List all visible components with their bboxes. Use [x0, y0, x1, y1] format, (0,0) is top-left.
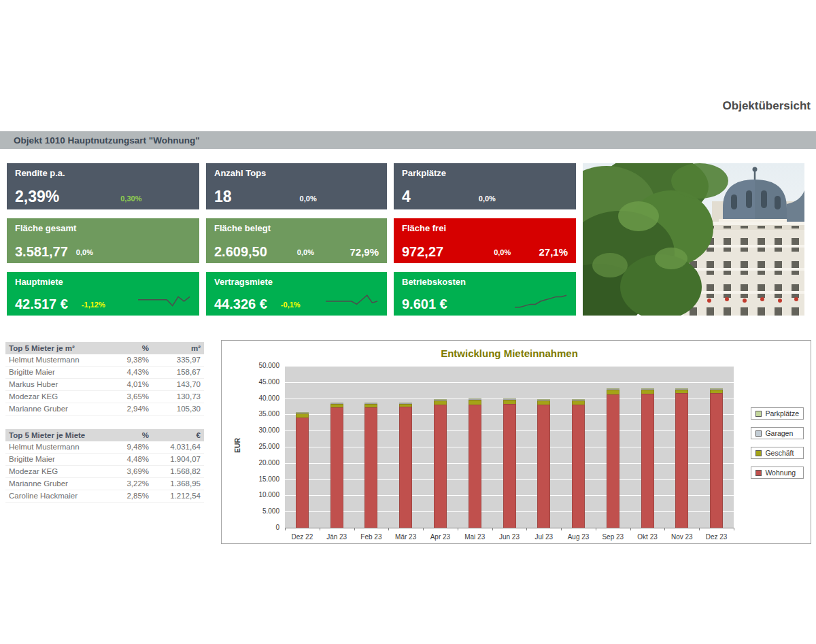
column-header-val: m² [149, 344, 201, 352]
y-axis-label: 5.000 [222, 507, 279, 515]
x-axis-tick [458, 528, 458, 530]
kpi-value: 2.609,50 [214, 245, 267, 258]
bar-segment-Wohnung [364, 407, 377, 528]
hauptmiete-sparkline [137, 290, 191, 311]
tenant-val: 1.212,54 [149, 492, 201, 500]
stacked-bar [641, 388, 654, 528]
chart-legend: ParkplätzeGaragenGeschäftWohnung [751, 407, 804, 479]
x-axis-label: Okt 23 [630, 533, 665, 541]
legend-item: Geschäft [751, 447, 804, 459]
stacked-bar [296, 412, 309, 528]
kpi-label: Fläche belegt [214, 223, 379, 233]
bar-segment-Wohnung [503, 404, 516, 528]
kpi-value: 44.326 € [214, 297, 267, 311]
kpi-value: 4 [402, 189, 411, 205]
x-axis-tick [596, 528, 596, 530]
kpi-tile-vertragsmiete: Vertragsmiete 44.326 € -0,1% [206, 272, 387, 316]
object-header-band: Objekt 1010 Hauptnutzungsart "Wohnung" [0, 131, 816, 149]
y-axis-label: 35.000 [222, 410, 279, 418]
bar-segment-Wohnung [641, 394, 654, 528]
kpi-delta: 0,30% [120, 194, 141, 203]
bar-segment-Wohnung [330, 407, 343, 528]
tenant-pct: 4,48% [109, 455, 149, 463]
y-axis-label: 25.000 [222, 443, 279, 450]
tenant-name: Modezar KEG [9, 392, 109, 401]
stacked-bar [710, 388, 723, 528]
object-overview-dashboard: Objektübersicht Objekt 1010 Hauptnutzung… [0, 0, 816, 644]
x-axis-tick [320, 528, 320, 530]
kpi-delta: -1,12% [82, 301, 105, 309]
y-axis-label: 10.000 [222, 491, 279, 498]
tenant-name: Markus Huber [9, 380, 109, 388]
tenant-val: 143,70 [149, 380, 201, 388]
table-row: Marianne Gruber 3,22% 1.368,95 [5, 478, 204, 490]
tenant-val: 130,73 [149, 392, 201, 401]
tenant-name: Marianne Gruber [9, 405, 109, 413]
tenant-pct: 9,48% [109, 443, 149, 451]
kpi-delta: 0,0% [297, 248, 314, 256]
stacked-bar [364, 403, 377, 528]
kpi-share: 27,1% [539, 246, 568, 258]
legend-label: Garagen [765, 429, 793, 437]
tenant-pct: 3,65% [109, 392, 149, 401]
stacked-bar [607, 388, 619, 528]
table-row: Helmut Mustermann 9,38% 335,97 [5, 354, 204, 367]
x-axis-tick [285, 528, 286, 530]
kpi-label: Parkplätze [402, 168, 568, 178]
top5-mieter-miete-table: Top 5 Mieter je Miete % € Helmut Musterm… [5, 429, 204, 503]
bar-segment-Geschäft [607, 390, 619, 394]
y-axis-label: 50.000 [222, 362, 279, 369]
kpi-value: 972,27 [402, 245, 443, 258]
x-axis-tick [630, 528, 631, 530]
rent-chart: Entwicklung Mieteinnahmen EUR Parkplätze… [221, 340, 811, 544]
legend-swatch-Garagen [755, 430, 762, 437]
bar-segment-Wohnung [710, 393, 723, 528]
x-axis-label: Feb 23 [354, 533, 389, 541]
legend-swatch-Wohnung [755, 470, 762, 476]
kpi-delta: -0,1% [281, 301, 301, 309]
kpi-label: Anzahl Tops [214, 168, 379, 178]
kpi-value: 9.601 € [402, 297, 447, 311]
kpi-label: Fläche frei [402, 223, 568, 233]
x-axis-label: Dez 23 [699, 533, 734, 541]
kpi-value: 3.581,77 [15, 245, 68, 258]
x-axis-label: Jun 23 [492, 533, 527, 541]
column-header-pct: % [109, 431, 149, 439]
tenant-val: 335,97 [149, 356, 201, 364]
tenant-name: Caroline Hackmaier [9, 492, 109, 500]
building-photo-graphic [583, 163, 804, 316]
bar-segment-Wohnung [434, 405, 447, 528]
x-axis-tick [354, 528, 355, 530]
column-header-pct: % [109, 344, 149, 352]
kpi-tile-anzahl-tops: Anzahl Tops 18 0,0% [206, 163, 387, 209]
bar-segment-Wohnung [675, 393, 688, 528]
table-title: Top 5 Mieter je Miete [9, 431, 109, 439]
kpi-delta: 0,0% [479, 194, 496, 203]
x-axis-label: Aug 23 [561, 533, 596, 541]
stacked-bar [434, 399, 447, 528]
y-axis-label: 40.000 [222, 394, 279, 402]
tenant-val: 4.031,64 [149, 443, 201, 451]
y-axis-label: 45.000 [222, 378, 279, 386]
legend-swatch-Parkplätze [755, 411, 762, 417]
tenant-pct: 2,85% [109, 492, 149, 500]
tenant-val: 1.904,07 [149, 455, 201, 463]
kpi-delta: 0,0% [76, 248, 93, 256]
vertragsmiete-sparkline [324, 290, 379, 311]
tenant-val: 105,30 [149, 405, 201, 413]
table-row: Brigitte Maier 4,43% 158,67 [5, 367, 204, 379]
x-axis-label: Dez 22 [285, 533, 320, 541]
x-axis-label: Mär 23 [388, 533, 423, 541]
kpi-delta: 0,0% [300, 194, 317, 203]
kpi-value: 42.517 € [15, 297, 68, 311]
tenant-name: Helmut Mustermann [9, 443, 109, 451]
kpi-value: 18 [214, 189, 232, 205]
legend-label: Wohnung [765, 469, 796, 477]
gridline [285, 366, 734, 367]
tenant-name: Helmut Mustermann [9, 356, 109, 364]
x-axis-label: Jän 23 [320, 533, 354, 541]
bar-segment-Wohnung [537, 405, 550, 528]
building-photo [583, 163, 804, 316]
kpi-label: Betriebskosten [402, 277, 568, 287]
bar-segment-Wohnung [607, 394, 619, 528]
